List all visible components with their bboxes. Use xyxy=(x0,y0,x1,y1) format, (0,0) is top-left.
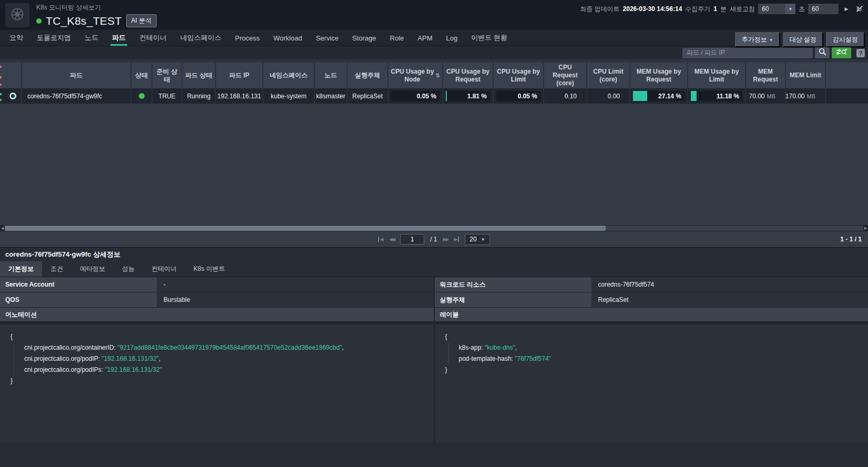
cpu-usage-by-node-cell: 0.05 % xyxy=(389,88,443,104)
tab-service[interactable]: Service xyxy=(309,30,345,46)
chevron-down-icon: ▼ xyxy=(481,237,485,242)
tab-process[interactable]: Process xyxy=(228,30,267,46)
scrollbar-thumb[interactable] xyxy=(5,226,606,231)
column-header-mem-usage-by-request[interactable]: MEM Usage by Request xyxy=(630,63,688,88)
pod-table: 파드 상태 준비 상태 파드 상태 파드 IP 네임스페이스 노드 실행주체 C… xyxy=(0,63,868,231)
pod-name-cell[interactable]: coredns-76f75df574-gw9fc xyxy=(22,88,131,104)
column-header-extra xyxy=(826,63,868,88)
column-header-mem-usage-by-limit[interactable]: MEM Usage by Limit xyxy=(688,63,746,88)
column-header-mem-limit[interactable]: MEM Limit xyxy=(786,63,826,88)
column-header-cpu-usage-by-request[interactable]: CPU Usage by Request xyxy=(443,63,494,88)
previous-page-icon[interactable]: ◀◀ xyxy=(389,237,394,242)
tab-storage[interactable]: Storage xyxy=(345,30,383,46)
detail-tab-bar: 기본정보 조건 메타정보 성능 컨테이너 K8s 이벤트 xyxy=(0,261,868,277)
last-page-icon[interactable]: ▶ xyxy=(454,237,459,242)
mem-limit-value: 170.00 xyxy=(785,93,805,100)
mem-limit-cell: 170.00MB xyxy=(786,88,826,104)
page-size-select[interactable]: 20▼ xyxy=(465,234,489,245)
title-block: K8s 모니터링 상세보기 TC_K8s_TEST AI 분석 xyxy=(36,3,157,27)
annotation-entry: cni.projectcalico.org/podIPs: "192.168.1… xyxy=(24,364,434,375)
usage-meter: 27.14 % xyxy=(633,91,685,101)
extra-info-button[interactable]: 추가정보▼ xyxy=(735,32,780,47)
column-header-cpu-usage-by-limit[interactable]: CPU Usage by Limit xyxy=(494,63,544,88)
scroll-right-icon[interactable]: ▶ xyxy=(863,226,868,230)
mem-usage-by-request-cell: 27.14 % xyxy=(630,88,688,104)
main-tab-bar: 요약 토폴로지맵 노드 파드 컨테이너 네임스페이스 Process Workl… xyxy=(0,30,868,46)
last-update-label: 최종 업데이트 xyxy=(580,5,619,14)
scrollbar-track[interactable] xyxy=(5,226,863,231)
status-dot xyxy=(139,93,145,99)
countdown-field[interactable]: 60 xyxy=(808,4,839,14)
search-button[interactable] xyxy=(815,47,830,58)
tab-role[interactable]: Role xyxy=(383,30,411,46)
column-header-label: CPU Usage by Node xyxy=(391,68,434,84)
auto-refresh-toggle-button[interactable]: ↻ xyxy=(854,4,864,14)
usage-meter: 0.05 % xyxy=(391,91,440,101)
column-header-namespace[interactable]: 네임스페이스 xyxy=(263,63,315,88)
column-header-ready[interactable]: 준비 상태 xyxy=(152,63,182,88)
first-page-icon[interactable]: ◀ xyxy=(378,237,383,242)
usage-meter: 0.05 % xyxy=(496,91,540,101)
tab-apm[interactable]: APM xyxy=(411,30,439,46)
column-header-pod-ip[interactable]: 파드 IP xyxy=(216,63,263,88)
collect-cycle-label: 수집주기 xyxy=(685,5,710,14)
horizontal-scrollbar[interactable]: ◀ ▶ xyxy=(0,225,868,231)
column-header-cpu-limit[interactable]: CPU Limit (core) xyxy=(587,63,630,88)
watch-settings-button[interactable]: 감시설정 xyxy=(826,32,865,47)
scroll-left-icon[interactable]: ◀ xyxy=(0,226,5,230)
detail-tab-conditions[interactable]: 조건 xyxy=(42,261,72,277)
annotation-separator: , xyxy=(342,344,343,351)
refresh-interval-select[interactable]: 60 ▼ xyxy=(758,4,795,14)
search-icon xyxy=(819,48,826,58)
ai-analysis-button[interactable]: AI 분석 xyxy=(126,14,157,27)
pod-table-header: 파드 상태 준비 상태 파드 상태 파드 IP 네임스페이스 노드 실행주체 C… xyxy=(0,63,868,88)
tab-log[interactable]: Log xyxy=(439,30,464,46)
detail-tab-performance[interactable]: 성능 xyxy=(114,261,143,277)
chevron-down-icon[interactable]: ▼ xyxy=(785,4,795,14)
refresh-interval-value: 60 xyxy=(758,4,785,14)
mem-limit-unit: MB xyxy=(807,93,816,99)
column-header-cpu-usage-by-node[interactable]: CPU Usage by Node⇅ xyxy=(389,63,443,88)
row-select-cell[interactable] xyxy=(4,88,22,104)
chevron-down-icon: ▼ xyxy=(769,38,773,43)
advanced-search-button[interactable] xyxy=(832,47,851,58)
labels-panel: { k8s-app: "kube-dns", pod-template-hash… xyxy=(435,324,868,443)
column-header-cpu-request[interactable]: CPU Request (core) xyxy=(544,63,587,88)
column-header-pod-state[interactable]: 파드 상태 xyxy=(182,63,216,88)
sort-icon[interactable]: ⇅ xyxy=(436,72,440,79)
clipped-column-fragment xyxy=(0,88,4,104)
play-button[interactable]: ▶ xyxy=(842,4,851,14)
detail-tab-meta-info[interactable]: 메타정보 xyxy=(72,261,114,277)
next-page-icon[interactable]: ▶▶ xyxy=(443,237,448,242)
column-header-owner[interactable]: 실행주체 xyxy=(348,63,389,88)
annotation-key: cni.projectcalico.org/containerID: xyxy=(24,344,116,351)
page-number-field[interactable]: 1 xyxy=(400,234,424,245)
tab-node[interactable]: 노드 xyxy=(78,30,105,46)
tab-workload[interactable]: Workload xyxy=(267,30,309,46)
detail-section-title: coredns-76f75df574-gw9fc 상세정보 xyxy=(0,247,868,261)
detail-tab-basic-info[interactable]: 기본정보 xyxy=(0,261,42,277)
tab-namespace[interactable]: 네임스페이스 xyxy=(173,30,228,46)
pod-state-cell: Running xyxy=(182,88,216,104)
detail-tab-k8s-events[interactable]: K8s 이벤트 xyxy=(185,261,233,277)
annotation-value: "192.168.16.131/32" xyxy=(101,355,159,362)
tab-container[interactable]: 컨테이너 xyxy=(132,30,173,46)
tab-event-status[interactable]: 이벤트 현황 xyxy=(464,30,514,46)
detail-tab-container[interactable]: 컨테이너 xyxy=(143,261,185,277)
tab-summary[interactable]: 요약 xyxy=(3,30,30,46)
collect-cycle-unit: 분 xyxy=(720,5,727,14)
target-settings-button[interactable]: 대상 설정 xyxy=(783,32,823,47)
table-row[interactable]: coredns-76f75df574-gw9fc TRUE Running 19… xyxy=(0,88,868,104)
help-button[interactable]: ? xyxy=(856,49,865,57)
kubernetes-wheel-icon xyxy=(9,6,26,25)
qos-value: Burstable xyxy=(157,292,434,307)
tab-pod[interactable]: 파드 xyxy=(105,30,132,46)
search-input[interactable]: 파드 / 파드 IP xyxy=(682,48,813,58)
column-header-mem-request[interactable]: MEM Request xyxy=(746,63,786,88)
radio-selected-icon[interactable] xyxy=(9,93,16,99)
ready-cell: TRUE xyxy=(152,88,182,104)
column-header-pod[interactable]: 파드 xyxy=(22,63,131,88)
column-header-node[interactable]: 노드 xyxy=(315,63,348,88)
tab-topology-map[interactable]: 토폴로지맵 xyxy=(30,30,78,46)
column-header-status[interactable]: 상태 xyxy=(131,63,152,88)
